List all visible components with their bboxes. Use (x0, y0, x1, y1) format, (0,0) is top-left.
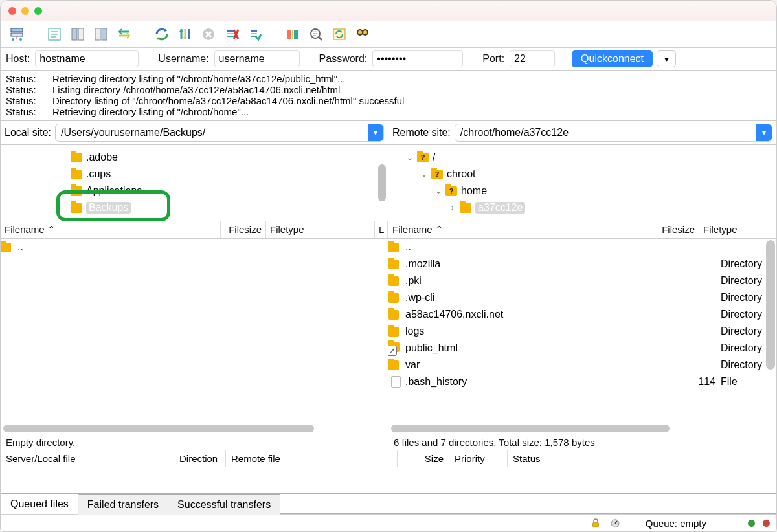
column-filesize[interactable]: Filesize (648, 221, 699, 238)
local-path-input[interactable] (56, 127, 368, 139)
folder-icon (388, 260, 399, 269)
local-path-field[interactable]: ▾ (55, 124, 384, 142)
toggle-remote-tree-button[interactable] (90, 25, 112, 43)
column-filetype[interactable]: Filetype (699, 221, 776, 238)
column-status[interactable]: Status (508, 450, 776, 467)
remote-list-header[interactable]: Filename ⌃ Filesize Filetype (388, 221, 776, 239)
directory-compare-button[interactable] (282, 25, 304, 43)
filter-button[interactable] (305, 25, 327, 43)
tree-item[interactable]: ⌄/ (394, 149, 771, 166)
list-item[interactable]: a58ac14706.nxcli.netDirectory (388, 306, 776, 323)
tree-item-selected[interactable]: ›a37cc12e (394, 199, 771, 216)
column-filename[interactable]: Filename (392, 224, 433, 235)
file-type: File (721, 376, 776, 388)
tree-item[interactable]: ⌄home (394, 183, 771, 199)
sync-browsing-button[interactable] (328, 25, 350, 43)
svg-rect-11 (95, 28, 100, 40)
list-item[interactable]: .mozillaDirectory (388, 256, 776, 272)
host-label: Host: (6, 53, 30, 65)
column-filetype[interactable]: Filetype (266, 221, 375, 238)
port-input[interactable] (510, 50, 555, 67)
folder-icon (71, 203, 82, 213)
log-message: Listing directory /chroot/home/a37cc12e/… (52, 84, 340, 95)
tree-item[interactable]: .adobe (6, 149, 383, 166)
speed-limit-icon[interactable] (609, 517, 621, 529)
scrollbar-thumb[interactable] (391, 425, 670, 432)
tree-item[interactable]: Applications (6, 183, 383, 199)
remote-file-list[interactable]: ...mozillaDirectory.pkiDirectory.wp-cliD… (388, 239, 776, 434)
queue-list[interactable] (1, 467, 776, 493)
list-item[interactable]: .wp-cliDirectory (388, 289, 776, 306)
column-priority[interactable]: Priority (449, 450, 508, 467)
list-item[interactable]: .pkiDirectory (388, 272, 776, 289)
log-label: Status: (6, 73, 52, 84)
quickconnect-button[interactable]: Quickconnect (572, 50, 653, 67)
status-indicator-1-icon (748, 520, 755, 527)
tree-item[interactable]: .cups (6, 166, 383, 183)
file-name: .mozilla (403, 258, 675, 270)
scrollbar-thumb[interactable] (766, 240, 775, 370)
reconnect-button[interactable] (244, 25, 266, 43)
local-tree[interactable]: .adobe .cups Applications Backups (1, 145, 388, 221)
message-log[interactable]: Status:Retrieving directory listing of "… (1, 71, 776, 121)
quickconnect-history-button[interactable]: ▾ (657, 50, 676, 67)
toggle-local-tree-button[interactable] (67, 25, 89, 43)
refresh-button[interactable] (151, 25, 173, 43)
username-input[interactable] (214, 50, 300, 67)
tab-queued[interactable]: Queued files (1, 494, 78, 514)
remote-tree[interactable]: ⌄/ ⌄chroot ⌄home ›a37cc12e (388, 145, 776, 221)
chevron-down-icon[interactable]: ⌄ (420, 170, 429, 179)
remote-path-dropdown-icon[interactable]: ▾ (756, 124, 772, 141)
disconnect-button[interactable] (221, 25, 243, 43)
tree-item[interactable]: ⌄chroot (394, 166, 771, 183)
chevron-right-icon[interactable]: › (448, 203, 457, 212)
local-file-list[interactable]: .. (1, 239, 388, 434)
folder-unknown-icon (445, 186, 457, 196)
list-item-parent[interactable]: .. (1, 239, 388, 256)
chevron-down-icon[interactable]: ⌄ (434, 186, 443, 195)
svg-rect-9 (72, 28, 77, 40)
tab-success[interactable]: Successful transfers (168, 494, 280, 515)
local-list-header[interactable]: Filename ⌃ Filesize Filetype L (1, 221, 388, 239)
chevron-down-icon[interactable]: ⌄ (405, 153, 414, 162)
site-manager-button[interactable] (6, 25, 28, 43)
remote-path-field[interactable]: ▾ (455, 124, 772, 142)
toolbar (1, 21, 776, 48)
folder-icon (388, 327, 399, 337)
queue-header[interactable]: Server/Local file Direction Remote file … (1, 450, 776, 467)
toggle-queue-button[interactable] (113, 25, 135, 43)
local-path-dropdown-icon[interactable]: ▾ (368, 124, 383, 141)
password-input[interactable] (372, 50, 463, 67)
list-item[interactable]: varDirectory (388, 357, 776, 373)
list-item[interactable]: .bash_history114File (388, 373, 776, 390)
remote-path-input[interactable] (455, 127, 756, 139)
local-summary: Empty directory. (1, 434, 388, 450)
maximize-icon[interactable] (34, 7, 42, 15)
column-size[interactable]: Size (398, 450, 449, 467)
close-icon[interactable] (8, 7, 16, 15)
file-name: .. (15, 241, 388, 253)
scrollbar-thumb[interactable] (3, 425, 314, 432)
file-size: 114 (675, 376, 721, 388)
file-name: .pki (403, 275, 675, 287)
column-filesize[interactable]: Filesize (221, 221, 266, 238)
cancel-button[interactable] (197, 25, 220, 43)
list-item[interactable]: .. (388, 239, 776, 256)
minimize-icon[interactable] (21, 7, 29, 15)
tab-failed[interactable]: Failed transfers (78, 494, 168, 515)
column-remotefile[interactable]: Remote file (226, 450, 398, 467)
folder-icon (388, 360, 399, 370)
scrollbar-thumb[interactable] (378, 164, 386, 201)
host-input[interactable] (35, 50, 139, 67)
column-server[interactable]: Server/Local file (1, 450, 174, 467)
tree-item-backups[interactable]: Backups (6, 199, 383, 216)
column-direction[interactable]: Direction (174, 450, 226, 467)
process-queue-button[interactable] (174, 25, 196, 43)
search-button[interactable] (352, 25, 374, 43)
svg-rect-1 (11, 33, 23, 36)
list-item[interactable]: logsDirectory (388, 323, 776, 340)
column-last[interactable]: L (375, 221, 388, 238)
toggle-log-button[interactable] (43, 25, 65, 43)
list-item[interactable]: ↗public_htmlDirectory (388, 340, 776, 357)
column-filename[interactable]: Filename (5, 224, 45, 235)
